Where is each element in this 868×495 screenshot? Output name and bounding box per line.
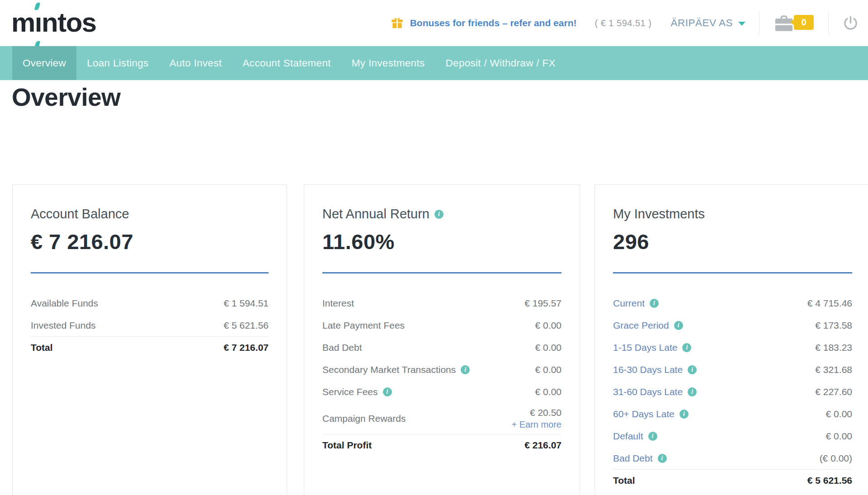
total-row: Total € 7 216.07 <box>31 336 269 358</box>
total-value: € 5 621.56 <box>807 475 852 486</box>
nav-item-my-investments[interactable]: My Investments <box>341 46 435 80</box>
row-value: € 321.68 <box>815 364 852 375</box>
investment-cart-button[interactable]: 0 <box>773 13 815 33</box>
account-balance-amount: € 7 216.07 <box>31 229 269 254</box>
info-icon[interactable] <box>434 210 443 219</box>
row-label: Bad Debt <box>322 342 362 353</box>
row-label-link[interactable]: 1-15 Days Late <box>613 342 691 353</box>
row-label-link[interactable]: Default <box>613 431 657 442</box>
info-icon[interactable] <box>461 365 470 374</box>
info-icon[interactable] <box>674 321 683 330</box>
stat-row: 31-60 Days Late€ 227.60 <box>613 381 852 403</box>
mintos-logo[interactable]: mıntos <box>11 1 96 44</box>
power-icon <box>842 15 859 32</box>
row-label-link[interactable]: 31-60 Days Late <box>613 387 697 397</box>
card-rows: Interest€ 195.57Late Payment Fees€ 0.00B… <box>322 292 561 434</box>
row-value: € 0.00 <box>535 342 561 353</box>
row-value: € 0.00 <box>535 364 561 375</box>
card-title-text: My Investments <box>613 207 705 222</box>
page-title: Overview <box>12 83 121 112</box>
stat-row: Secondary Market Transactions€ 0.00 <box>322 358 561 381</box>
row-value-group: € 227.60 <box>815 387 852 397</box>
total-row: Total € 5 621.56 <box>613 469 852 491</box>
row-value-group: € 1 594.51 <box>224 298 269 309</box>
row-value: € 20.50 <box>530 407 561 418</box>
total-label: Total Profit <box>322 440 372 451</box>
row-label-link[interactable]: 16-30 Days Late <box>613 364 697 375</box>
row-label: Interest <box>322 298 354 309</box>
row-value: € 173.58 <box>815 320 852 330</box>
info-icon[interactable] <box>688 387 697 396</box>
logout-button[interactable] <box>842 15 859 32</box>
my-investments-count: 296 <box>613 229 852 254</box>
nav-item-overview[interactable]: Overview <box>12 46 76 80</box>
stat-row: Grace Period€ 173.58 <box>613 314 852 336</box>
stat-row: Interest€ 195.57 <box>322 292 561 314</box>
row-value-group: € 195.57 <box>524 298 561 309</box>
cart-count-badge: 0 <box>794 15 814 30</box>
main-nav: OverviewLoan ListingsAuto InvestAccount … <box>0 46 868 80</box>
net-annual-return-value: 11.60% <box>322 229 561 254</box>
row-value-group: (€ 0.00) <box>820 453 852 464</box>
row-value: € 195.57 <box>524 298 561 308</box>
row-value: € 183.23 <box>815 342 852 353</box>
card-title: My Investments <box>613 185 852 222</box>
stat-row: Current€ 4 715.46 <box>613 292 852 314</box>
nav-item-loan-listings[interactable]: Loan Listings <box>76 46 159 80</box>
row-label: Late Payment Fees <box>322 320 405 331</box>
stat-row: Campaign Rewards€ 20.50+ Earn more <box>322 403 561 434</box>
row-value: € 1 594.51 <box>224 298 269 308</box>
row-value-group: € 321.68 <box>815 364 852 375</box>
info-icon[interactable] <box>658 454 667 463</box>
total-value: € 7 216.07 <box>224 342 269 353</box>
stat-row: Late Payment Fees€ 0.00 <box>322 314 561 336</box>
row-value: € 0.00 <box>826 431 852 441</box>
row-label-link[interactable]: 60+ Days Late <box>613 409 689 420</box>
stat-row: 1-15 Days Late€ 183.23 <box>613 336 852 358</box>
total-value: € 216.07 <box>524 440 561 451</box>
refer-friends-link[interactable]: Bonuses for friends – refer and earn! <box>390 15 577 31</box>
nav-item-account-statement[interactable]: Account Statement <box>232 46 341 80</box>
row-label-link[interactable]: Grace Period <box>613 320 683 331</box>
row-value-group: € 183.23 <box>815 342 852 353</box>
row-label: Service Fees <box>322 387 392 397</box>
info-icon[interactable] <box>650 299 659 308</box>
stat-row: Bad Debt€ 0.00 <box>322 336 561 358</box>
total-label: Total <box>613 475 635 486</box>
row-label-link[interactable]: Current <box>613 298 659 309</box>
row-value-group: € 173.58 <box>815 320 852 331</box>
card-rows: Available Funds€ 1 594.51Invested Funds€… <box>31 292 269 336</box>
total-label: Total <box>31 342 53 353</box>
mintos-dashboard: mıntos Bonuses for friends – refer and e… <box>0 0 868 495</box>
stat-row: Invested Funds€ 5 621.56 <box>31 314 269 336</box>
card-title: Account Balance <box>31 185 269 222</box>
row-label-link[interactable]: Bad Debt <box>613 453 667 464</box>
info-icon[interactable] <box>383 387 392 396</box>
net-annual-return-card: Net Annual Return 11.60% Interest€ 195.5… <box>304 184 580 495</box>
info-icon[interactable] <box>688 365 697 374</box>
header-divider <box>759 11 760 35</box>
info-icon[interactable] <box>679 410 689 419</box>
row-value: € 4 715.46 <box>807 298 852 308</box>
card-title-text: Account Balance <box>31 207 129 222</box>
nav-item-deposit-withdraw-fx[interactable]: Deposit / Withdraw / FX <box>435 46 566 80</box>
row-value: € 0.00 <box>826 409 852 419</box>
row-value-group: € 20.50+ Earn more <box>511 407 561 430</box>
earn-more-link[interactable]: + Earn more <box>511 420 561 430</box>
row-value: € 227.60 <box>815 387 852 397</box>
row-value: € 0.00 <box>535 320 561 330</box>
stat-row: Service Fees€ 0.00 <box>322 381 561 403</box>
stat-row: Default€ 0.00 <box>613 425 852 447</box>
top-header: mıntos Bonuses for friends – refer and e… <box>0 0 868 46</box>
refer-friends-label: Bonuses for friends – refer and earn! <box>410 18 577 28</box>
stat-row: Available Funds€ 1 594.51 <box>31 292 269 314</box>
header-actions: Bonuses for friends – refer and earn! ( … <box>390 0 862 46</box>
card-rows: Current€ 4 715.46Grace Period€ 173.581-1… <box>613 292 852 469</box>
info-icon[interactable] <box>648 432 657 441</box>
account-menu[interactable]: ÄRIPÄEV AS <box>670 17 745 29</box>
logo-text-right: ntos <box>42 7 96 38</box>
nav-item-auto-invest[interactable]: Auto Invest <box>159 46 232 80</box>
row-value-group: € 0.00 <box>535 320 561 331</box>
info-icon[interactable] <box>682 343 691 352</box>
stat-row: Bad Debt(€ 0.00) <box>613 447 852 469</box>
